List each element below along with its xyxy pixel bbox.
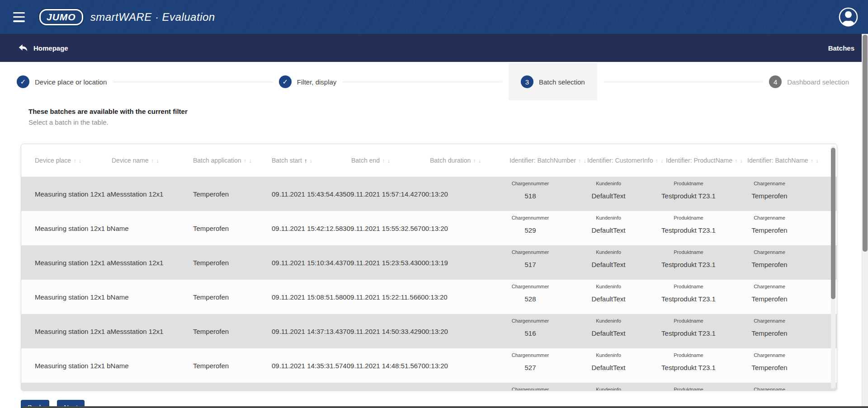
step-check-icon: ✓ — [279, 75, 292, 88]
sort-asc-icon[interactable]: ↑ — [382, 157, 385, 164]
step-label: Device place or location — [35, 78, 107, 86]
cell-batch-end: 09.11.2021 15:57:14.427 — [347, 190, 422, 198]
app-bar: JUMO smartWARE · Evaluation — [0, 0, 868, 34]
column-header-batch-start[interactable]: Batch start ↑ ↓ — [272, 157, 351, 164]
identifier-value: 518 — [524, 192, 536, 200]
cell-device-place: Measuring station 12x1 a — [35, 190, 111, 198]
horizontal-scrollbar[interactable] — [23, 406, 868, 408]
page-scrollbar-thumb[interactable] — [863, 35, 868, 252]
cell-batch-duration: 00:13:19 — [421, 259, 448, 267]
sort-desc-icon[interactable]: ↓ — [79, 157, 82, 164]
table-scrollbar-thumb[interactable] — [831, 148, 835, 299]
cell-identifier-productname: Produktname Testprodukt T23.1 — [648, 245, 729, 280]
identifier-value: Temperofen — [751, 261, 787, 268]
homepage-label: Homepage — [33, 44, 68, 52]
table-row[interactable]: Measuring station 12x1 bName Temperofen … — [21, 211, 837, 245]
column-header-batch-application[interactable]: Batch application ↑ ↓ — [193, 157, 272, 164]
identifier-value: Testprodukt T23.1 — [661, 226, 716, 234]
sort-desc-icon[interactable]: ↓ — [478, 157, 481, 164]
sort-asc-icon[interactable]: ↑ — [73, 157, 76, 164]
sort-asc-icon-active[interactable]: ↑ — [304, 157, 307, 164]
sort-asc-icon[interactable]: ↑ — [735, 157, 738, 164]
table-scrollbar-track[interactable] — [831, 146, 835, 389]
cell-identifier-customerinfo: Kundeninfo — [569, 383, 648, 391]
identifier-label: Produktname — [674, 249, 703, 255]
identifier-label: Produktname — [674, 318, 703, 324]
identifier-label: Chargenname — [754, 215, 785, 220]
step-device-place-or-location[interactable]: ✓ Device place or location — [17, 75, 107, 88]
cell-batch-duration: 00:13:20 — [421, 225, 448, 232]
column-header-identifier-customerinfo[interactable]: Identifier: CustomerInfo ↑ ↓ — [587, 157, 666, 164]
cell-batch-end: 09.11.2021 15:23:53.430 — [347, 259, 422, 267]
identifier-value: DefaultText — [591, 261, 625, 268]
nav-bar: Homepage Batches — [0, 34, 868, 62]
step-check-icon: ✓ — [17, 75, 29, 88]
page-scrollbar-track[interactable] — [862, 34, 868, 406]
cell-batch-start: 09.11.2021 14:35:31.574 — [272, 362, 347, 370]
cell-identifier-productname: Produktname — [648, 383, 729, 391]
sort-desc-icon[interactable]: ↓ — [660, 157, 664, 164]
cell-identifier-batchnumber: Chargennummer 516 — [491, 314, 569, 348]
sort-desc-icon[interactable]: ↓ — [584, 157, 587, 164]
sort-asc-icon[interactable]: ↑ — [151, 157, 154, 164]
identifier-label: Chargenname — [754, 249, 785, 255]
sort-desc-icon[interactable]: ↓ — [740, 157, 743, 164]
cell-identifier-productname: Produktname Testprodukt T23.1 — [648, 280, 729, 314]
sort-desc-icon[interactable]: ↓ — [156, 157, 159, 164]
identifier-value: 528 — [524, 295, 536, 303]
column-header-identifier-batchname[interactable]: Identifier: BatchName ↑ ↓ — [747, 157, 828, 164]
cell-identifier-batchnumber: Chargennummer 517 — [491, 245, 569, 280]
user-avatar-icon[interactable] — [839, 7, 858, 27]
cell-identifier-batchnumber: Chargennummer 529 — [491, 211, 569, 245]
identifier-value: DefaultText — [591, 295, 625, 303]
identifier-value: DefaultText — [591, 329, 625, 337]
table-row[interactable]: Measuring station 12x1 bName Temperofen … — [21, 280, 837, 314]
cell-identifier-batchnumber: Chargennummer — [491, 383, 569, 391]
cell-batch-end: 09.11.2021 14:48:51.567 — [347, 362, 422, 370]
identifier-value: Testprodukt T23.1 — [661, 364, 716, 371]
step-dashboard-selection: 4 Dashboard selection — [769, 75, 849, 88]
sort-desc-icon[interactable]: ↓ — [249, 157, 252, 164]
table-row[interactable]: Measuring station 12x1 aMessstation 12x1… — [21, 314, 837, 348]
cell-identifier-productname: Produktname Testprodukt T23.1 — [648, 348, 729, 383]
sort-asc-icon[interactable]: ↑ — [811, 157, 814, 164]
step-label: Dashboard selection — [787, 78, 849, 86]
sort-desc-icon[interactable]: ↓ — [816, 157, 819, 164]
product-title: smartWARE · Evaluation — [90, 11, 215, 23]
back-to-homepage-button[interactable]: Homepage — [18, 43, 68, 52]
table-row[interactable]: Measuring station 12x1 aMessstation 12x1… — [21, 245, 837, 280]
cell-batch-application: Temperofen — [193, 225, 272, 232]
step-batch-selection[interactable]: 3 Batch selection — [521, 75, 585, 88]
identifier-label: Kundeninfo — [596, 318, 621, 324]
table-row[interactable]: Measuring station 12x1 aMessstation 12x1… — [21, 177, 837, 211]
step-filter-display[interactable]: ✓ Filter, display — [279, 75, 337, 88]
cell-batch-start: 09.11.2021 15:10:34.437 — [272, 259, 347, 267]
hamburger-menu-icon[interactable] — [13, 12, 27, 22]
identifier-label: Chargenname — [754, 387, 785, 391]
cell-batch-application: Temperofen — [193, 259, 272, 267]
column-header-identifier-batchnumber[interactable]: Identifier: BatchNumber ↑ ↓ — [509, 157, 587, 164]
identifier-label: Produktname — [674, 284, 703, 289]
cell-identifier-batchname: Chargenname Temperofen — [729, 314, 810, 348]
column-header-batch-end[interactable]: Batch end ↑ ↓ — [351, 157, 430, 164]
column-header-identifier-productname[interactable]: Identifier: ProductName ↑ ↓ — [666, 157, 747, 164]
table-row[interactable]: Measuring station 12x1 bName Temperofen … — [21, 348, 837, 383]
stepper-connector — [113, 82, 273, 82]
sort-desc-icon[interactable]: ↓ — [387, 157, 391, 164]
cell-identifier-batchname: Chargenname — [729, 383, 810, 391]
table-body: Measuring station 12x1 aMessstation 12x1… — [21, 177, 837, 391]
sort-asc-icon[interactable]: ↑ — [578, 157, 581, 164]
sort-asc-icon[interactable]: ↑ — [244, 157, 247, 164]
identifier-value: Testprodukt T23.1 — [661, 261, 716, 268]
column-header-batch-duration[interactable]: Batch duration ↑ ↓ — [430, 157, 509, 164]
column-header-device-name[interactable]: Device name ↑ ↓ — [112, 157, 193, 164]
cell-identifier-customerinfo: Kundeninfo DefaultText — [569, 245, 648, 280]
sort-asc-icon[interactable]: ↑ — [656, 157, 659, 164]
sort-asc-icon[interactable]: ↑ — [473, 157, 476, 164]
sort-desc-icon[interactable]: ↓ — [309, 157, 312, 164]
cell-batch-duration: 00:13:20 — [421, 293, 447, 301]
cell-batch-duration: 00:13:20 — [421, 362, 448, 370]
table-row-partial[interactable]: Chargennummer Kundeninfo Produktname Cha… — [21, 383, 837, 391]
cell-device-place: Measuring station 12x1 a — [35, 328, 111, 335]
column-header-device-place[interactable]: Device place ↑ ↓ — [35, 157, 112, 164]
